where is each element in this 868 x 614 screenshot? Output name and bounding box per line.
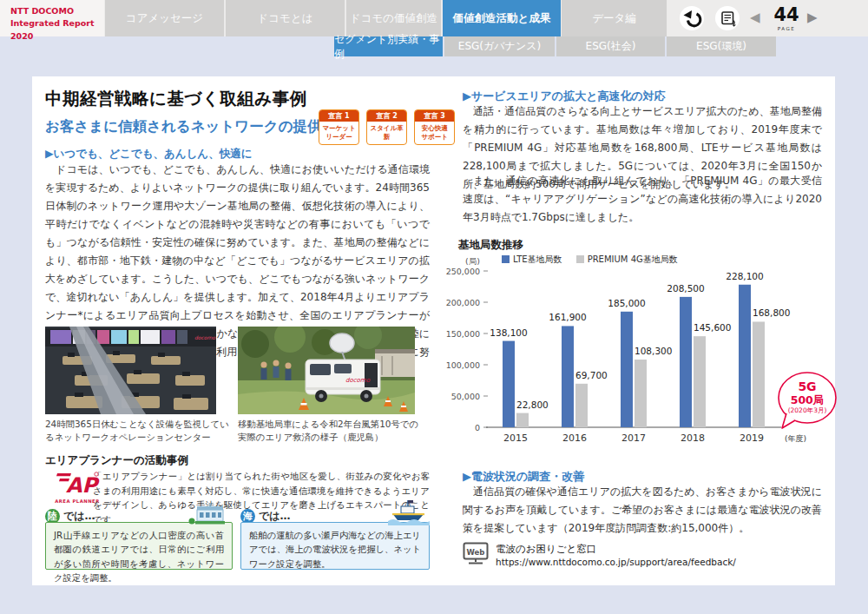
svg-text:145,600: 145,600 (694, 322, 731, 333)
chart-title: 基地局数推移 (458, 238, 523, 253)
web-link-title: 電波のお困りごと窓口 (496, 543, 596, 556)
svg-text:2015: 2015 (503, 432, 528, 444)
contents-icon (715, 6, 740, 30)
svg-text:0: 0 (475, 423, 480, 432)
5g-annotation-bubble: 5G 500局 (2020年3月) (779, 373, 836, 423)
svg-text:108,300: 108,300 (635, 346, 672, 356)
svg-text:100,000: 100,000 (446, 360, 480, 370)
area-planner-heading: エリアプランナーの活動事例 (45, 453, 188, 468)
station-train-illustration (188, 502, 227, 525)
land-info-box: JR山手線エリアなどの人口密度の高い首都圏の鉄道エリアでは、日常的にご利用が多い… (45, 522, 233, 570)
declaration-badges: 宣言 1 マーケットリーダー 宣言 2 スタイル革新 宣言 3 安心快適サポート (316, 109, 455, 145)
svg-text:250,000: 250,000 (446, 267, 480, 276)
back-arrow-icon (680, 6, 704, 30)
svg-text:2016: 2016 (562, 432, 587, 444)
subnav-tab-esg-environment[interactable]: ESG(環境) (667, 36, 776, 56)
svg-text:Web: Web (467, 548, 485, 557)
svg-text:138,100: 138,100 (490, 327, 527, 338)
subnav-tab-segment-active[interactable]: セグメント別実績・事例 (334, 36, 443, 56)
svg-text:2018: 2018 (681, 432, 705, 444)
svg-text:228,100: 228,100 (726, 271, 763, 281)
sea-info-box: 船舶の運航の多い瀬戸内海などの海上エリアでは、海上の電波状況を把握し、ネットワー… (240, 522, 430, 570)
nav-tab-value-activities-active[interactable]: 価値創造活動と成果 (443, 0, 561, 36)
sea-label: 海では… (240, 506, 291, 524)
svg-text:2017: 2017 (621, 432, 646, 444)
svg-text:185,000: 185,000 (608, 298, 645, 308)
svg-text:161,900: 161,900 (549, 312, 586, 322)
svg-text:docomo: docomo (345, 377, 371, 384)
base-station-bar-chart: 050,000100,000150,000200,000250,000(局)13… (438, 257, 838, 457)
logo-line1: NTT DOCOMO (10, 5, 104, 17)
report-viewer: { "header": { "logo": {"line1": "NTT DOC… (0, 0, 868, 614)
badge-declaration-1: 宣言 1 マーケットリーダー (319, 109, 359, 145)
svg-text:docomo: docomo (194, 334, 215, 340)
page-title: 中期経営戦略に基づく取組み事例 (45, 87, 307, 110)
svg-text:200,000: 200,000 (446, 298, 480, 307)
svg-text:150,000: 150,000 (446, 329, 480, 339)
radio-survey-paragraph: 通信品質の確保や通信エリアの拡大を図るため、お客さまから電波状況に関するお声を頂… (463, 483, 822, 538)
svg-text:69,700: 69,700 (575, 370, 608, 380)
nav-tab-about-docomo[interactable]: ドコモとは (226, 0, 345, 36)
land-label: 陸では… (45, 506, 95, 524)
nav-tab-data[interactable]: データ編 (562, 0, 667, 36)
ship-illustration (388, 500, 430, 525)
next-page-button[interactable]: ▶ (807, 10, 818, 25)
svg-text:(局): (局) (465, 257, 480, 266)
photo2-caption: 移動基地局車による令和2年台風第10号での実際のエリア救済の様子（鹿児島） (238, 418, 420, 444)
contents-button[interactable] (715, 6, 740, 30)
lead-heading: ▶いつでも、どこでも、あんしん、快適に (45, 147, 252, 162)
back-button[interactable] (680, 6, 704, 30)
prev-page-button[interactable]: ◀ (750, 10, 760, 25)
svg-text:168,800: 168,800 (753, 307, 790, 318)
logo-line2: Integrated Report 2020 (10, 17, 104, 43)
web-monitor-icon: Web (463, 542, 489, 565)
report-logo[interactable]: NTT DOCOMO Integrated Report 2020 (0, 0, 104, 36)
badge-declaration-2: 宣言 2 スタイル革新 (366, 109, 407, 145)
subnav-tab-esg-governance[interactable]: ESG(ガバナンス) (444, 36, 555, 56)
nav-tab-core-message[interactable]: コアメッセージ (105, 0, 225, 36)
svg-text:(年度): (年度) (785, 434, 806, 443)
svg-text:208,500: 208,500 (667, 283, 704, 294)
svg-text:2019: 2019 (740, 432, 764, 444)
page-label: PAGE (769, 26, 804, 31)
photo-network-operations-center: docomo (45, 327, 216, 414)
section-subtitle: お客さまに信頼されるネットワークの提供 (45, 117, 322, 136)
report-page: 中期経営戦略に基づく取組み事例 お客さまに信頼されるネットワークの提供 宣言 1… (32, 76, 835, 585)
subnav-tab-esg-social[interactable]: ESG(社会) (556, 36, 665, 56)
feedback-url-link[interactable]: https://www.nttdocomo.co.jp/support/area… (496, 557, 736, 567)
svg-text:22,800: 22,800 (516, 399, 549, 410)
speedup-paragraph: また、通信の高速化にも取り組んでおり、「PREMIUM 4G」の最大受信速度は、… (463, 172, 822, 227)
badge-declaration-3: 宣言 3 安心快適サポート (414, 109, 455, 145)
photo1-caption: 24時間365日休むことなく設備を監視しているネットワークオペレーションセンター (45, 418, 234, 444)
photo-mobile-base-station-van: docomo (238, 327, 415, 414)
svg-text:50,000: 50,000 (451, 392, 480, 401)
page-number: 44 (769, 4, 804, 25)
